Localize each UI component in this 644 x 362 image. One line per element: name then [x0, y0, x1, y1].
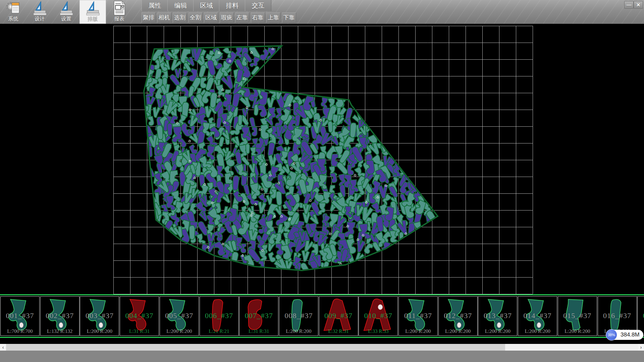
piece-id-label: 005_#37	[160, 311, 199, 320]
ruler-icon	[60, 0, 73, 16]
piece-id-label: 015_#37	[558, 311, 597, 320]
piece-id-label: 003_#37	[80, 311, 119, 320]
menu-item-4[interactable]: 排料	[219, 0, 246, 11]
piece-thumbnail-010[interactable]: 010_#37L:33 R:33	[359, 296, 398, 336]
piece-thumbnail-004[interactable]: 004_#37L:31 R:31	[120, 296, 159, 336]
toolbar-button-4[interactable]: 全割	[189, 12, 203, 23]
toolbar-button-1[interactable]: 聚排	[142, 12, 156, 23]
nav-button-label: 设置	[61, 16, 71, 22]
piece-thumbnail-008[interactable]: 008_#37L:200 R:200	[279, 296, 318, 336]
nesting-workspace[interactable]	[0, 24, 644, 294]
piece-thumbnail-002[interactable]: 002_#37L:132 R:132	[40, 296, 79, 336]
piece-lr-label: L:132 R:132	[41, 328, 79, 334]
piece-lr-label: L:33 R:33	[359, 328, 397, 334]
nav-button-label: 系统	[8, 16, 18, 22]
piece-strip: 001_#37L:700 R:700002_#37L:132 R:132003_…	[0, 294, 644, 338]
piece-thumbnail-009[interactable]: 009_#37L:32 R:31	[319, 296, 358, 336]
piece-thumbnail-001[interactable]: 001_#37L:700 R:700	[0, 296, 40, 336]
piece-id-label: 011_#37	[399, 311, 437, 320]
minimize-button[interactable]: —	[624, 1, 634, 9]
piece-id-label: 002_#37	[41, 311, 79, 320]
piece-lr-label: L:700 R:700	[1, 328, 39, 334]
menu-item-3[interactable]: 区域	[193, 0, 220, 11]
piece-id-label: 014_#37	[518, 311, 557, 320]
menu-item-5[interactable]: 交互	[245, 0, 271, 11]
piece-id-label: 004_#37	[120, 311, 159, 320]
piece-lr-label: L:31 R:31	[239, 328, 278, 334]
piece-id-label: 017_#37	[638, 311, 644, 320]
scroll-right-arrow-icon[interactable]: ›	[638, 344, 644, 351]
piece-lr-label: L:200 R:200	[518, 328, 557, 334]
memory-value: 384.8M	[621, 330, 643, 340]
nav-button-4[interactable]: 排版	[79, 0, 106, 24]
nav-button-1[interactable]: 系统	[0, 0, 26, 24]
nav-button-3[interactable]: 设置	[53, 0, 79, 24]
menu-item-1[interactable]: 属性	[142, 0, 168, 11]
piece-id-label: 012_#37	[439, 311, 477, 320]
nav-button-5[interactable]: 报表	[106, 0, 132, 24]
piece-thumbnail-012[interactable]: 012_#37L:200 R:200	[438, 296, 478, 336]
toolbar-button-6[interactable]: 瑕疵	[220, 12, 234, 23]
nesting-canvas[interactable]	[0, 24, 644, 294]
memory-status-badge: 38% 384.8M	[606, 329, 644, 341]
report-icon	[112, 0, 127, 16]
piece-id-label: 006_#37	[200, 311, 238, 320]
ruler-icon	[33, 0, 47, 16]
piece-lr-label: L:200 R:200	[80, 328, 119, 334]
piece-id-label: 016_#37	[598, 311, 637, 320]
titlebar-toolbar: 系统设计设置排版报表 属性编辑区域排料交互 聚排相机选割全割区域瑕疵左靠右靠上靠…	[0, 0, 644, 24]
nav-button-label: 设计	[35, 16, 45, 22]
piece-lr-label: L:200 R:200	[478, 328, 517, 334]
piece-id-label: 007_#37	[239, 311, 278, 320]
scrollbar-thumb[interactable]	[6, 344, 505, 351]
piece-thumbnail-013[interactable]: 013_#37L:200 R:200	[478, 296, 517, 336]
toolbar-button-10[interactable]: 下靠	[282, 12, 296, 23]
menu-item-2[interactable]: 编辑	[167, 0, 194, 11]
toolbar-button-7[interactable]: 左靠	[235, 12, 249, 23]
piece-thumbnail-005[interactable]: 005_#37L:200 R:200	[160, 296, 199, 336]
nav-button-label: 排版	[88, 16, 98, 22]
piece-thumbnail-007[interactable]: 007_#37L:31 R:31	[239, 296, 278, 336]
toolbar-button-5[interactable]: 区域	[204, 12, 218, 23]
nav-button-label: 报表	[114, 16, 124, 22]
system-gear-icon	[6, 0, 21, 16]
piece-thumbnail-014[interactable]: 014_#37L:200 R:200	[518, 296, 557, 336]
piece-thumbnail-003[interactable]: 003_#37L:200 R:200	[80, 296, 119, 336]
piece-id-label: 008_#37	[279, 311, 318, 320]
piece-lr-label: L:200 R:200	[558, 328, 597, 334]
toolbar-button-2[interactable]: 相机	[157, 12, 171, 23]
nav-button-2[interactable]: 设计	[26, 0, 53, 24]
piece-thumbnail-011[interactable]: 011_#37L:200 R:200	[398, 296, 438, 336]
toolbar-button-3[interactable]: 选割	[173, 12, 187, 23]
piece-id-label: 009_#37	[319, 311, 358, 320]
piece-lr-label: L:200 R:200	[160, 328, 199, 334]
piece-id-label: 010_#37	[359, 311, 397, 320]
piece-lr-label: L:31 R:31	[120, 328, 159, 334]
application-window: 系统设计设置排版报表 属性编辑区域排料交互 聚排相机选割全割区域瑕疵左靠右靠上靠…	[0, 0, 644, 362]
piece-lr-label: L:32 R:31	[319, 328, 358, 334]
piece-lr-label: L:200 R:200	[399, 328, 437, 334]
horizontal-scrollbar[interactable]: ‹ ›	[0, 344, 644, 351]
piece-id-label: 013_#37	[478, 311, 517, 320]
toolbar-button-9[interactable]: 上靠	[266, 12, 280, 23]
statusbar	[0, 351, 644, 362]
close-button[interactable]: ✕	[634, 1, 643, 9]
toolbar-button-8[interactable]: 右靠	[251, 12, 265, 23]
piece-id-label: 001_#37	[1, 311, 39, 320]
piece-lr-label: L:200 R:200	[279, 328, 318, 334]
ruler-icon	[86, 0, 100, 16]
progress-circle: 38%	[606, 329, 617, 341]
piece-thumbnail-006[interactable]: 006_#37L:21 R:21	[200, 296, 239, 336]
piece-lr-label: L:200 R:200	[439, 328, 477, 334]
piece-thumbnail-015[interactable]: 015_#37L:200 R:200	[558, 296, 597, 336]
piece-lr-label: L:21 R:21	[200, 328, 238, 334]
scroll-left-arrow-icon[interactable]: ‹	[0, 344, 6, 351]
